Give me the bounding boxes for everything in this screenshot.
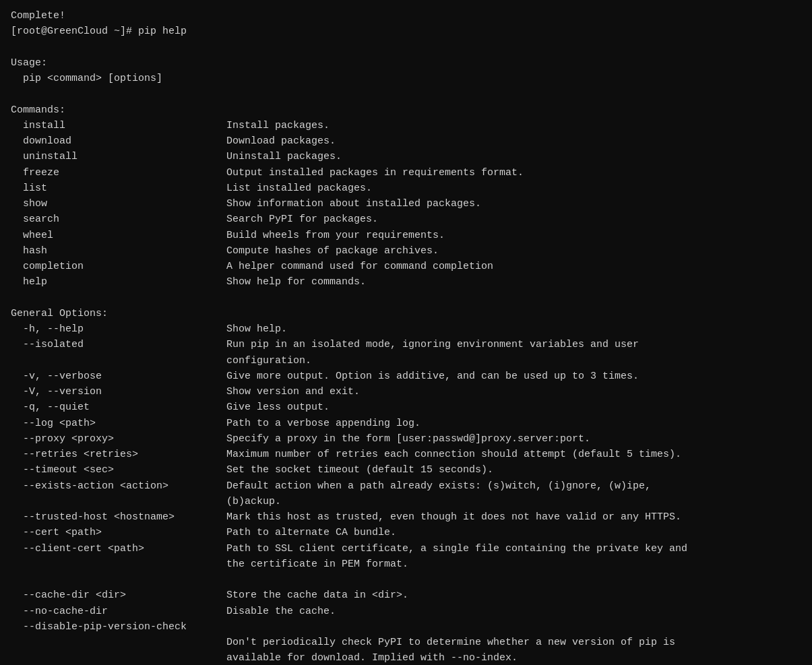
terminal-line: -q, --quietGive less output.: [11, 400, 801, 415]
cmd-name: search: [11, 212, 226, 227]
cmd-name: -q, --quiet: [11, 400, 226, 415]
cmd-name: --timeout <sec>: [11, 462, 226, 478]
cmd-desc: Mark this host as trusted, even though i…: [226, 509, 681, 525]
cmd-name: uninstall: [11, 149, 226, 164]
terminal-window: Complete![root@GreenCloud ~]# pip help U…: [11, 8, 801, 665]
cmd-desc: Show help.: [226, 321, 287, 337]
cmd-desc: Show help for commands.: [226, 274, 366, 290]
cmd-desc: Download packages.: [226, 133, 336, 149]
cmd-name: list: [11, 181, 226, 196]
cmd-desc: A helper command used for command comple…: [226, 259, 493, 274]
terminal-line: Commands:: [11, 102, 801, 118]
terminal-line: listList installed packages.: [11, 181, 801, 196]
terminal-line: --proxy <proxy>Specify a proxy in the fo…: [11, 431, 801, 447]
cmd-desc: List installed packages.: [226, 181, 372, 196]
terminal-line: [11, 86, 801, 102]
cmd-desc: Disable the cache.: [226, 604, 336, 619]
terminal-line: General Options:: [11, 306, 801, 321]
cmd-desc: Compute hashes of package archives.: [226, 243, 439, 259]
terminal-line: downloadDownload packages.: [11, 133, 801, 149]
terminal-line: [root@GreenCloud ~]# pip help: [11, 24, 801, 39]
cmd-desc: Give more output. Option is additive, an…: [226, 369, 639, 384]
cmd-desc: Path to alternate CA bundle.: [226, 525, 396, 540]
cmd-desc: Build wheels from your requirements.: [226, 228, 445, 243]
terminal-line: --cert <path>Path to alternate CA bundle…: [11, 525, 801, 540]
terminal-line: uninstallUninstall packages.: [11, 149, 801, 164]
cmd-continuation: configuration.: [11, 353, 801, 369]
terminal-line: --exists-action <action>Default action w…: [11, 478, 801, 510]
terminal-line: hashCompute hashes of package archives.: [11, 243, 801, 259]
terminal-line: --log <path>Path to a verbose appending …: [11, 416, 801, 431]
cmd-name: --no-cache-dir: [11, 604, 226, 619]
cmd-name: show: [11, 196, 226, 212]
cmd-name: install: [11, 118, 226, 133]
cmd-continuation: the certificate in PEM format.: [11, 557, 801, 572]
cmd-name: --exists-action <action>: [11, 478, 226, 494]
cmd-continuation: (b)ackup.: [11, 494, 801, 509]
cmd-name: -v, --verbose: [11, 369, 226, 384]
terminal-line: Complete!: [11, 8, 801, 24]
terminal-line: --cache-dir <dir>Store the cache data in…: [11, 588, 801, 603]
terminal-line: --retries <retries>Maximum number of ret…: [11, 447, 801, 462]
terminal-line: [11, 290, 801, 306]
cmd-name: --proxy <proxy>: [11, 431, 226, 447]
cmd-desc: Maximum number of retries each connectio…: [226, 447, 681, 462]
cmd-desc: Set the socket timeout (default 15 secon…: [226, 462, 493, 478]
terminal-line: showShow information about installed pac…: [11, 196, 801, 212]
terminal-line: --disable-pip-version-check: [11, 619, 801, 635]
terminal-line: freezeOutput installed packages in requi…: [11, 165, 801, 181]
terminal-line: Usage:: [11, 55, 801, 71]
terminal-line: --timeout <sec>Set the socket timeout (d…: [11, 462, 801, 478]
terminal-line: completionA helper command used for comm…: [11, 259, 801, 274]
cmd-name: -h, --help: [11, 321, 226, 337]
cmd-name: completion: [11, 259, 226, 274]
terminal-line: available for download. Implied with --n…: [11, 650, 801, 665]
cmd-name: --cache-dir <dir>: [11, 588, 226, 603]
cmd-desc: Output installed packages in requirement…: [226, 165, 524, 181]
terminal-line: pip <command> [options]: [11, 71, 801, 86]
terminal-line: helpShow help for commands.: [11, 274, 801, 290]
cmd-name: --log <path>: [11, 416, 226, 431]
cmd-desc: Uninstall packages.: [226, 149, 342, 164]
cmd-desc: Install packages.: [226, 118, 330, 133]
terminal-line: searchSearch PyPI for packages.: [11, 212, 801, 227]
terminal-line: -v, --verboseGive more output. Option is…: [11, 369, 801, 384]
cmd-name: --isolated: [11, 337, 226, 352]
cmd-desc: Store the cache data in <dir>.: [226, 588, 408, 603]
cmd-desc: Specify a proxy in the form [user:passwd…: [226, 431, 590, 447]
cmd-name: --trusted-host <hostname>: [11, 509, 226, 525]
terminal-line: -h, --helpShow help.: [11, 321, 801, 337]
cmd-desc: Run pip in an isolated mode, ignoring en…: [226, 337, 639, 352]
cmd-desc: Show version and exit.: [226, 384, 360, 400]
terminal-line: --isolatedRun pip in an isolated mode, i…: [11, 337, 801, 369]
cmd-desc: Search PyPI for packages.: [226, 212, 378, 227]
cmd-name: download: [11, 133, 226, 149]
cmd-name: -V, --version: [11, 384, 226, 400]
terminal-line: --trusted-host <hostname>Mark this host …: [11, 509, 801, 525]
terminal-line: -V, --versionShow version and exit.: [11, 384, 801, 400]
terminal-line: --no-cache-dirDisable the cache.: [11, 604, 801, 619]
cmd-desc: Path to SSL client certificate, a single…: [226, 541, 687, 557]
cmd-desc: Show information about installed package…: [226, 196, 481, 212]
cmd-desc: Path to a verbose appending log.: [226, 416, 420, 431]
cmd-desc: Default action when a path already exist…: [226, 478, 651, 494]
terminal-line: installInstall packages.: [11, 118, 801, 133]
cmd-name: freeze: [11, 165, 226, 181]
terminal-line: [11, 40, 801, 55]
cmd-name: --retries <retries>: [11, 447, 226, 462]
terminal-line: wheelBuild wheels from your requirements…: [11, 228, 801, 243]
cmd-name: help: [11, 274, 226, 290]
cmd-desc: Give less output.: [226, 400, 330, 415]
cmd-name: wheel: [11, 228, 226, 243]
terminal-line: Don't periodically check PyPI to determi…: [11, 635, 801, 650]
cmd-name: hash: [11, 243, 226, 259]
terminal-line: --client-cert <path>Path to SSL client c…: [11, 541, 801, 573]
terminal-line: [11, 572, 801, 588]
cmd-name: --cert <path>: [11, 525, 226, 540]
cmd-name: --client-cert <path>: [11, 541, 226, 557]
